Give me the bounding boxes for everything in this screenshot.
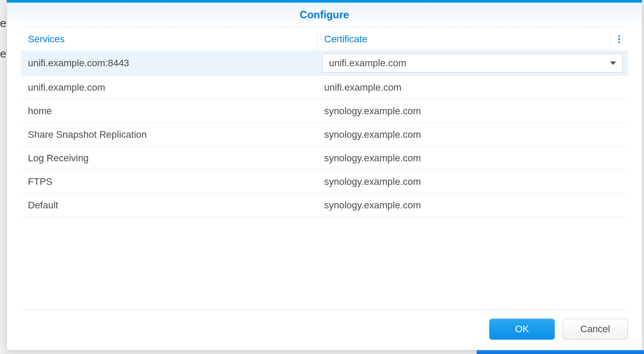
certificate-cell: unifi.example.com	[317, 77, 628, 99]
service-cell: Share Snapshot Replication	[21, 124, 317, 146]
dialog-body: Services Certificate unifi.example.com:8…	[7, 27, 642, 310]
service-cell: unifi.example.com:8443	[21, 52, 317, 74]
grid-row[interactable]: unifi.example.com:8443 unifi.example.com	[21, 51, 628, 76]
service-cell: FTPS	[21, 171, 317, 193]
dialog-title-text: Configure	[300, 9, 349, 21]
certificate-dropdown-label: unifi.example.com	[329, 58, 406, 69]
background-accent	[477, 350, 644, 354]
certificate-cell: synology.example.com	[317, 147, 628, 169]
column-menu-button[interactable]	[610, 35, 628, 43]
service-cell: Default	[21, 194, 317, 216]
grid-row[interactable]: Share Snapshot Replication synology.exam…	[21, 123, 628, 146]
ok-button-label: OK	[515, 323, 529, 335]
cancel-button-label: Cancel	[580, 323, 610, 335]
configure-dialog: Configure Services Certificate unifi.exa…	[7, 0, 642, 351]
grid-row[interactable]: Log Receiving synology.example.com	[21, 146, 628, 170]
dialog-footer: OK Cancel	[21, 310, 628, 350]
chevron-down-icon	[610, 61, 616, 65]
service-cell: Log Receiving	[21, 147, 317, 169]
grid-header-row: Services Certificate	[21, 27, 628, 51]
column-header-certificate[interactable]: Certificate	[317, 28, 610, 50]
kebab-icon	[618, 35, 620, 43]
certificate-cell: synology.example.com	[317, 124, 628, 146]
service-cell: unifi.example.com	[21, 77, 317, 99]
service-cell: home	[21, 100, 317, 122]
grid-row[interactable]: Default synology.example.com	[21, 194, 628, 217]
grid-row[interactable]: unifi.example.com unifi.example.com	[21, 76, 628, 99]
dialog-title: Configure	[7, 3, 642, 27]
certificate-mapping-grid: Services Certificate unifi.example.com:8…	[21, 27, 628, 217]
certificate-cell: synology.example.com	[317, 100, 628, 122]
certificate-dropdown[interactable]: unifi.example.com	[322, 54, 623, 73]
certificate-cell: synology.example.com	[317, 194, 628, 216]
grid-row[interactable]: home synology.example.com	[21, 99, 628, 123]
certificate-cell: unifi.example.com	[317, 51, 628, 75]
certificate-cell: synology.example.com	[317, 171, 628, 193]
grid-row[interactable]: FTPS synology.example.com	[21, 170, 628, 194]
column-header-services[interactable]: Services	[21, 28, 317, 50]
ok-button[interactable]: OK	[489, 319, 555, 340]
cancel-button[interactable]: Cancel	[563, 319, 628, 340]
